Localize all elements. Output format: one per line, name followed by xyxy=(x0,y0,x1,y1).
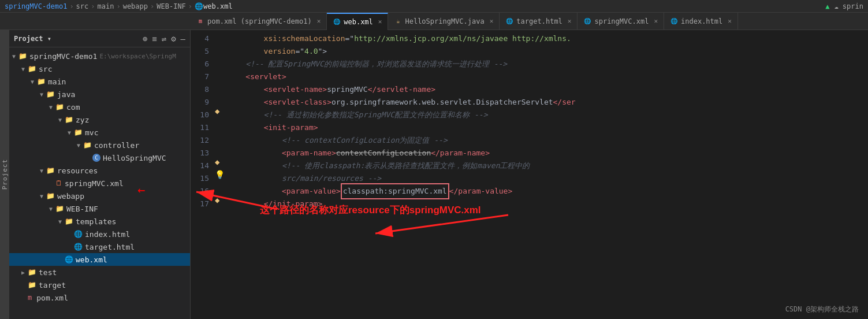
code-line-13: <param-name>contextConfigLocation</param… xyxy=(225,147,868,160)
tab-pom-label: pom.xml (springMVC-demo1) xyxy=(207,17,312,25)
springmvcxml-file-icon: 🗒 xyxy=(55,179,62,187)
webapp-label: webapp xyxy=(57,192,84,201)
springmvcxml-label: springMVC.xml xyxy=(65,179,124,188)
webapp-folder-icon: 📁 xyxy=(46,192,55,200)
breadcrumb-project[interactable]: springMVC-demo1 xyxy=(5,2,67,10)
list-icon[interactable]: ≡ xyxy=(152,34,157,43)
ln13: 13 xyxy=(191,147,209,160)
split-icon[interactable]: ⇌ xyxy=(162,34,166,43)
code-line-15: src/main/resources --> xyxy=(225,172,868,185)
tree-item-zyz[interactable]: ▼ 📁 zyz xyxy=(9,113,190,126)
test-label: test xyxy=(39,268,57,277)
tab-pom-close[interactable]: ✕ xyxy=(317,17,321,25)
target-icon: 🌐 xyxy=(505,17,513,25)
main-arrow: ▼ xyxy=(28,79,37,85)
sep2: › xyxy=(91,2,95,10)
code-line-6: <!-- 配置SpringMVC的前端控制器，对浏览器发送的请求统一进行处理 -… xyxy=(225,58,868,71)
project-root[interactable]: ▼ 📁 springMVC-demo1 E:\workspace\SpringM xyxy=(9,50,190,62)
top-right-icon: ▲ xyxy=(825,2,829,10)
breadcrumb-src[interactable]: src xyxy=(76,2,89,10)
tree-item-index[interactable]: 🌐 index.html xyxy=(9,228,190,240)
breadcrumb-webapp[interactable]: webapp xyxy=(123,2,148,10)
tree-item-java[interactable]: ▼ 📁 java xyxy=(9,88,190,101)
tree-item-springmvcxml[interactable]: 🗒 springMVC.xml xyxy=(9,177,190,190)
main-label: main xyxy=(48,77,66,86)
code-line-4: xsi:schemaLocation="http://xmlns.jcp.org… xyxy=(225,32,868,45)
resources-arrow: ▼ xyxy=(37,168,46,174)
java-folder-icon: 📁 xyxy=(46,90,55,98)
springmvcxml-icon: 🌐 xyxy=(583,17,591,25)
tree-item-mvc[interactable]: ▼ 📁 mvc xyxy=(9,126,190,139)
tree-item-hello[interactable]: C HelloSpringMVC xyxy=(9,151,190,164)
tab-hello-label: HelloSpringMVC.java xyxy=(405,17,484,25)
controller-folder-icon: 📁 xyxy=(83,141,92,149)
tree-item-target[interactable]: 📁 target xyxy=(9,279,190,291)
tree-item-test[interactable]: ▶ 📁 test xyxy=(9,266,190,279)
code-attr: xsi:schemaLocation xyxy=(228,32,345,45)
hello-icon: ☕ xyxy=(394,17,402,25)
editor: 4 5 6 7 8 9 10 11 12 13 14 15 16 17 ◆ ◆ … xyxy=(191,30,868,319)
tab-index[interactable]: 🌐 index.html ✕ xyxy=(664,13,738,30)
tree-item-webapp[interactable]: ▼ 📁 webapp xyxy=(9,190,190,202)
breadcrumb-file[interactable]: web.xml xyxy=(203,2,233,10)
code-line-12: <!-- contextConfigLocation为固定值 --> xyxy=(225,134,868,147)
resources-label: resources xyxy=(57,166,98,175)
gear-icon[interactable]: ⚙ xyxy=(171,34,176,43)
tab-target[interactable]: 🌐 target.html ✕ xyxy=(500,13,578,30)
ln11: 11 xyxy=(191,121,209,134)
webapp-arrow: ▼ xyxy=(37,193,46,199)
hello-label: HelloSpringMVC xyxy=(103,154,166,162)
tree-item-pom[interactable]: m pom.xml xyxy=(9,291,190,304)
tab-springmvcxml-close[interactable]: ✕ xyxy=(654,17,658,25)
tab-index-close[interactable]: ✕ xyxy=(728,17,732,25)
tab-target-close[interactable]: ✕ xyxy=(568,17,572,25)
minus-icon[interactable]: — xyxy=(181,34,185,43)
ln4: 4 xyxy=(191,32,209,45)
webxml-file-icon: 🌐 xyxy=(65,255,73,264)
spring-tab[interactable]: ☁ sprin xyxy=(834,2,863,10)
breadcrumb-main[interactable]: main xyxy=(98,2,114,10)
zyz-folder-icon: 📁 xyxy=(65,116,73,124)
zyz-arrow: ▼ xyxy=(55,117,65,123)
tree-item-templates[interactable]: ▼ 📁 templates xyxy=(9,215,190,228)
tree-item-controller[interactable]: ▼ 📁 controller xyxy=(9,139,190,151)
tab-webxml-close[interactable]: ✕ xyxy=(378,18,382,25)
tree-item-webinf[interactable]: ▼ 📁 WEB-INF xyxy=(9,202,190,215)
tab-springmvcxml[interactable]: 🌐 springMVC.xml ✕ xyxy=(578,13,664,30)
tree-item-targethtml[interactable]: 🌐 target.html xyxy=(9,240,190,253)
line-numbers: 4 5 6 7 8 9 10 11 12 13 14 15 16 17 xyxy=(191,30,214,319)
gutter: ◆ ◆ 💡 ◆ xyxy=(214,30,225,319)
sidebar: Project Project ▾ ⊕ ≡ ⇌ ⚙ — ▼ 📁 springMV… xyxy=(0,30,191,319)
tab-hello[interactable]: ☕ HelloSpringMVC.java ✕ xyxy=(388,13,500,30)
breadcrumb: springMVC-demo1 › src › main › webapp › … xyxy=(0,0,868,13)
webxml-icon: 🌐 xyxy=(333,18,341,26)
target-label: target.html xyxy=(85,243,135,251)
ln7: 7 xyxy=(191,71,209,83)
tree-item-com[interactable]: ▼ 📁 com xyxy=(9,101,190,113)
tab-pom[interactable]: m pom.xml (springMVC-demo1) ✕ xyxy=(191,13,327,30)
ln17: 17 xyxy=(191,198,209,210)
code-line-11: <init-param> xyxy=(225,121,868,134)
webinf-label: WEB-INF xyxy=(66,205,98,213)
mvc-label: mvc xyxy=(85,128,98,137)
sidebar-project-title: Project ▾ xyxy=(14,35,51,43)
tree-item-webxml[interactable]: 🌐 web.xml xyxy=(9,253,190,266)
code-area[interactable]: xsi:schemaLocation="http://xmlns.jcp.org… xyxy=(225,30,868,319)
tree-item-resources[interactable]: ▼ 📁 resources xyxy=(9,164,190,177)
tab-webxml[interactable]: 🌐 web.xml ✕ xyxy=(327,13,388,30)
tab-hello-close[interactable]: ✕ xyxy=(490,17,494,25)
tree-item-main[interactable]: ▼ 📁 main xyxy=(9,75,190,88)
ln16: 16 xyxy=(191,185,209,198)
breadcrumb-icon: 🌐 xyxy=(195,2,203,10)
main-layout: Project Project ▾ ⊕ ≡ ⇌ ⚙ — ▼ 📁 springMV… xyxy=(0,30,868,319)
breadcrumb-webinf[interactable]: WEB-INF xyxy=(157,2,186,10)
resources-folder-icon: 📁 xyxy=(46,166,55,175)
gutter-icon-11: ◆ xyxy=(215,157,219,166)
root-path: E:\workspace\SpringM xyxy=(99,53,176,60)
index-label: index.html xyxy=(85,230,130,239)
tree-item-src[interactable]: ▼ 📁 src xyxy=(9,62,190,75)
add-icon[interactable]: ⊕ xyxy=(143,34,147,43)
webinf-arrow: ▼ xyxy=(46,206,55,212)
watermark: CSDN @架构师全栈之路 xyxy=(785,305,859,314)
sep5: › xyxy=(188,2,192,10)
